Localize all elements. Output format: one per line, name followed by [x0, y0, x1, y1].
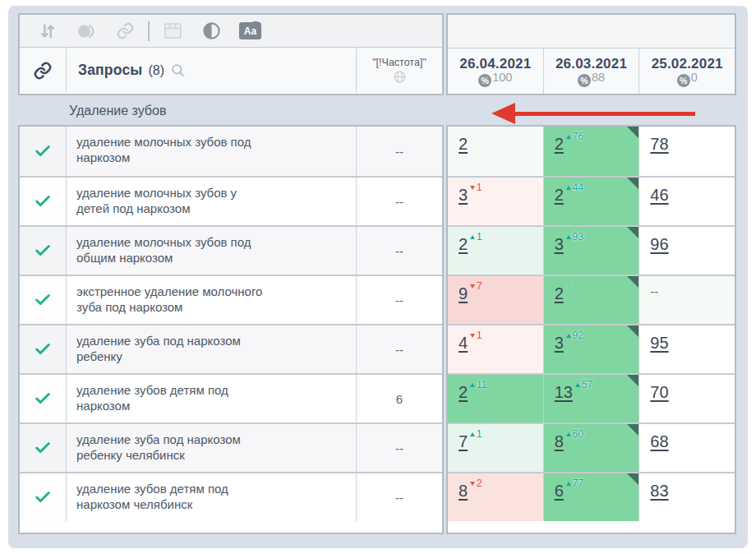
position-value[interactable]: 9 — [459, 284, 468, 302]
delta-value: 60 — [572, 428, 583, 440]
frequency-cell: -- — [356, 276, 442, 324]
keyword-checkbox[interactable] — [20, 325, 67, 373]
position-value[interactable]: 8 — [555, 432, 564, 450]
delta-arrow-icon — [566, 235, 571, 239]
position-value[interactable]: 70 — [650, 383, 668, 401]
keyword-cell[interactable]: удаление зубов детям под наркозом — [67, 375, 356, 422]
position-value[interactable]: 3 — [459, 186, 468, 204]
position-cell: -- — [638, 276, 735, 324]
keyword-cell[interactable]: удаление зубов детям под наркозом челяби… — [67, 473, 356, 521]
text-style-icon[interactable]: Aa — [239, 22, 261, 39]
frequency-cell: -- — [356, 424, 442, 472]
position-cell: 82 — [448, 473, 543, 521]
frequency-cell: -- — [356, 325, 442, 373]
keyword-cell[interactable]: удаление зуба под наркозом ребенку — [67, 325, 356, 373]
position-value[interactable]: 6 — [555, 482, 564, 500]
dates-toolbar-strip — [448, 15, 735, 48]
search-icon[interactable] — [170, 62, 186, 78]
keyword-cell[interactable]: удаление молочных зубов у детей под нарк… — [67, 178, 356, 225]
delta-value: 44 — [572, 182, 583, 193]
positions-row: 31 244 46 — [448, 176, 735, 225]
chain-icon — [33, 61, 53, 81]
keyword-checkbox[interactable] — [20, 473, 67, 521]
positions-row: 97 2 -- — [448, 275, 735, 324]
keyword-checkbox[interactable] — [20, 375, 67, 422]
position-delta: 77 — [566, 478, 583, 489]
delta-arrow-icon — [566, 432, 571, 436]
keyword-checkbox[interactable] — [20, 127, 67, 176]
delta-arrow-icon — [566, 135, 571, 139]
keyword-group-row[interactable]: Удаление зубов — [18, 97, 736, 124]
delta-value: 93 — [572, 231, 583, 242]
position-value[interactable]: 2 — [459, 235, 468, 253]
position-delta: 11 — [470, 379, 486, 390]
check-icon — [34, 439, 52, 457]
link-column-header[interactable] — [20, 48, 67, 93]
position-value[interactable]: 46 — [650, 186, 668, 204]
position-cell: 2 — [543, 276, 639, 324]
delta-value: 7 — [477, 280, 482, 292]
position-value[interactable]: 2 — [459, 383, 468, 401]
keyword-checkbox[interactable] — [20, 276, 67, 324]
position-value[interactable]: 3 — [555, 235, 564, 253]
keyword-cell[interactable]: удаление молочных зубов под общим наркоз… — [67, 227, 356, 275]
position-value[interactable]: 83 — [650, 482, 668, 500]
frequency-label: "[!Частота]" — [372, 57, 426, 68]
keyword-cell[interactable]: удаление молочных зубов под наркозом — [67, 127, 356, 176]
position-cell: 860 — [543, 424, 639, 472]
keyword-checkbox[interactable] — [20, 178, 67, 225]
date-column-header[interactable]: 26.03.2021 % 88 — [543, 48, 639, 94]
keyword-cell[interactable]: удаление зуба под наркозом ребенку челяб… — [67, 424, 356, 472]
position-cell: 392 — [543, 325, 639, 373]
table-header-block: Aa Запросы (8) "[!Частота]" — [18, 13, 444, 95]
position-value[interactable]: 68 — [650, 432, 668, 450]
position-value[interactable]: 2 — [555, 284, 564, 302]
positions-row: 71 860 68 — [448, 422, 735, 472]
date-column-header[interactable]: 25.02.2021 % 0 — [638, 48, 735, 94]
position-value[interactable]: 3 — [555, 334, 564, 352]
coverage-value: 88 — [592, 71, 605, 84]
keyword-row: удаление зубов детям под наркозом 6 — [20, 373, 442, 422]
delta-arrow-icon — [470, 334, 475, 338]
sort-icon[interactable] — [37, 21, 58, 42]
delta-value: 11 — [477, 379, 487, 390]
frequency-column-header[interactable]: "[!Частота]" — [356, 48, 442, 93]
keyword-checkbox[interactable] — [20, 227, 67, 275]
position-value[interactable]: 4 — [459, 334, 468, 352]
position-value[interactable]: 8 — [459, 482, 468, 500]
position-value[interactable]: 95 — [650, 334, 668, 352]
delta-arrow-icon — [470, 284, 475, 289]
delta-value: 2 — [477, 478, 482, 489]
queries-column-header[interactable]: Запросы (8) — [67, 48, 356, 93]
toolbar: Aa — [20, 15, 442, 48]
check-icon — [34, 488, 52, 506]
position-cell: 41 — [448, 325, 543, 373]
keyword-checkbox[interactable] — [20, 424, 67, 472]
position-value[interactable]: 2 — [459, 135, 468, 153]
groups-circles-icon[interactable] — [76, 21, 97, 42]
delta-value: 76 — [572, 131, 583, 142]
table-view-icon[interactable] — [162, 21, 183, 42]
position-cell: 21 — [448, 227, 543, 275]
position-delta — [566, 279, 573, 291]
position-delta: 2 — [470, 478, 482, 489]
position-value[interactable]: 13 — [555, 383, 573, 401]
position-delta: 1 — [470, 231, 482, 242]
position-delta: 1 — [470, 330, 482, 341]
keyword-row: экстренное удаление молочного зуба под н… — [20, 275, 442, 324]
keyword-cell[interactable]: экстренное удаление молочного зуба под н… — [67, 276, 356, 324]
position-value[interactable]: 2 — [555, 186, 564, 204]
position-cell: 677 — [543, 473, 639, 521]
position-delta: 93 — [566, 231, 583, 242]
position-value[interactable]: 7 — [459, 432, 468, 450]
positions-row: 82 677 83 — [448, 472, 735, 521]
position-value[interactable]: 2 — [555, 135, 564, 153]
frequency-cell: -- — [356, 178, 442, 225]
contrast-icon[interactable] — [201, 21, 222, 42]
position-value[interactable]: -- — [650, 284, 658, 298]
date-column-header[interactable]: 26.04.2021 % 100 — [448, 48, 543, 94]
coverage: % 100 — [478, 74, 512, 87]
link-icon[interactable] — [114, 21, 136, 42]
position-value[interactable]: 96 — [650, 235, 668, 253]
position-value[interactable]: 78 — [650, 135, 668, 153]
